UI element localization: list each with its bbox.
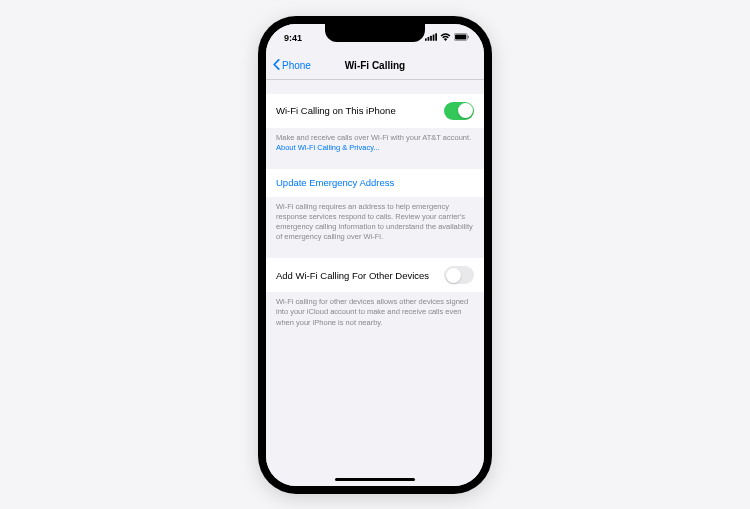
group-footer: Make and receive calls over Wi-Fi with y… [266,128,484,153]
toggle-wifi-calling[interactable] [444,102,474,120]
privacy-link[interactable]: About Wi-Fi Calling & Privacy... [276,143,380,152]
row-wifi-calling-iphone[interactable]: Wi-Fi Calling on This iPhone [266,94,484,128]
toggle-other-devices[interactable] [444,266,474,284]
status-time: 9:41 [284,33,302,43]
row-label: Update Emergency Address [276,177,394,188]
iphone-frame: 9:41 Phone Wi-Fi Calling [258,16,492,494]
settings-content[interactable]: Wi-Fi Calling on This iPhone Make and re… [266,80,484,486]
row-other-devices[interactable]: Add Wi-Fi Calling For Other Devices [266,258,484,292]
row-label: Add Wi-Fi Calling For Other Devices [276,270,429,281]
svg-rect-4 [435,33,437,41]
chevron-left-icon [272,59,280,72]
back-label: Phone [282,60,311,71]
group-wifi-calling: Wi-Fi Calling on This iPhone Make and re… [266,94,484,153]
battery-icon [454,33,470,43]
group-footer: Wi-Fi calling for other devices allows o… [266,292,484,327]
group-other-devices: Add Wi-Fi Calling For Other Devices Wi-F… [266,258,484,327]
back-button[interactable]: Phone [272,59,311,72]
phone-screen: 9:41 Phone Wi-Fi Calling [266,24,484,486]
notch [325,24,425,42]
group-footer: Wi-Fi calling requires an address to hel… [266,197,484,243]
status-right [425,33,470,43]
toggle-knob [458,103,473,118]
wifi-icon [440,33,451,43]
home-indicator[interactable] [335,478,415,481]
svg-rect-6 [455,34,466,39]
footer-text: Wi-Fi calling requires an address to hel… [276,202,473,241]
svg-rect-1 [428,37,430,41]
svg-rect-2 [430,35,432,40]
signal-icon [425,33,437,43]
nav-bar: Phone Wi-Fi Calling [266,52,484,80]
toggle-knob [446,268,461,283]
row-label: Wi-Fi Calling on This iPhone [276,105,396,116]
footer-text: Make and receive calls over Wi-Fi with y… [276,133,471,142]
row-update-emergency-address[interactable]: Update Emergency Address [266,169,484,197]
footer-text: Wi-Fi calling for other devices allows o… [276,297,468,326]
svg-rect-3 [433,34,435,40]
group-emergency: Update Emergency Address Wi-Fi calling r… [266,169,484,243]
svg-rect-7 [468,35,469,38]
svg-rect-0 [425,38,427,41]
